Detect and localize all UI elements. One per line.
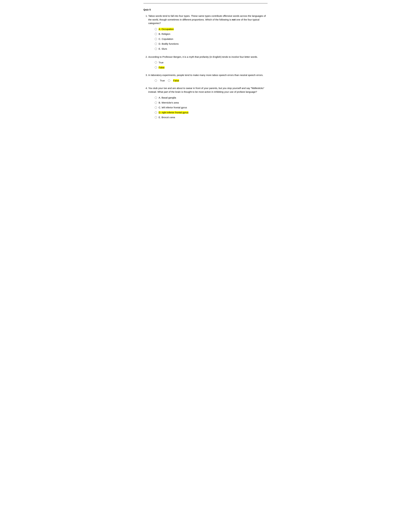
option-3-false-label: False <box>173 79 179 82</box>
option-1-a-label: A. Occupation <box>159 28 174 31</box>
radio-3-true[interactable] <box>155 79 157 82</box>
quiz-title: Quiz 5 <box>143 8 268 11</box>
option-4-c-label: C. left inferior frontal gyrus <box>159 106 187 109</box>
option-1-b[interactable]: B. Religion <box>155 32 268 36</box>
radio-3-false[interactable] <box>168 79 170 82</box>
radio-1-c[interactable] <box>155 38 157 40</box>
question-4: You stub your toe and are about to swear… <box>148 86 268 119</box>
option-1-c-label: C. Copulation <box>159 37 173 41</box>
option-4-d[interactable]: D. right inferior frontal gyrus <box>155 111 268 114</box>
question-2-text: According to Professor Bergen, it is a m… <box>148 55 268 59</box>
radio-4-b[interactable] <box>155 102 157 104</box>
option-4-b-label: B. Wernicke's area <box>159 101 179 105</box>
option-1-b-label: B. Religion <box>159 32 170 36</box>
option-1-c[interactable]: C. Copulation <box>155 37 268 41</box>
radio-1-b[interactable] <box>155 33 157 35</box>
radio-2-true[interactable] <box>155 61 157 64</box>
question-4-text: You stub your toe and are about to swear… <box>148 86 268 94</box>
option-3-false[interactable]: False <box>168 79 179 82</box>
question-2: According to Professor Bergen, it is a m… <box>148 55 268 69</box>
question-1: Taboo words tend to fall into four types… <box>148 14 268 51</box>
option-4-e-label: E. Broca's area <box>159 116 175 119</box>
option-2-true[interactable]: True <box>155 61 268 64</box>
option-1-e-label: E. Slurs <box>159 47 167 51</box>
option-2-true-label: True <box>159 61 163 64</box>
option-4-b[interactable]: B. Wernicke's area <box>155 101 268 105</box>
option-3-true-label: True <box>160 79 165 82</box>
radio-2-false[interactable] <box>155 66 157 68</box>
option-1-a[interactable]: A. Occupation <box>155 28 268 31</box>
question-1-options: A. Occupation B. Religion C. Copulation … <box>148 28 268 51</box>
radio-1-d[interactable] <box>155 43 157 45</box>
option-3-true[interactable]: True <box>155 79 165 82</box>
radio-4-a[interactable] <box>155 96 157 99</box>
radio-4-d[interactable] <box>155 111 157 114</box>
option-4-d-label: D. right inferior frontal gyrus <box>159 111 188 114</box>
option-4-a[interactable]: A. Basal ganglia <box>155 96 268 100</box>
question-2-options: True False <box>148 61 268 69</box>
option-1-e[interactable]: E. Slurs <box>155 47 268 51</box>
option-1-d-label: D. Bodily functions <box>159 42 178 46</box>
radio-1-a[interactable] <box>155 28 157 30</box>
question-1-text: Taboo words tend to fall into four types… <box>148 14 268 25</box>
question-3-text: In laboratory experiments, people tend t… <box>148 73 268 77</box>
option-2-false-label: False <box>159 66 165 69</box>
question-3-options: True False <box>148 79 268 82</box>
top-rule <box>143 3 268 3</box>
questions-list: Taboo words tend to fall into four types… <box>143 14 268 119</box>
option-1-d[interactable]: D. Bodily functions <box>155 42 268 46</box>
radio-4-e[interactable] <box>155 116 157 118</box>
option-4-c[interactable]: C. left inferior frontal gyrus <box>155 106 268 109</box>
option-4-e[interactable]: E. Broca's area <box>155 116 268 119</box>
option-2-false[interactable]: False <box>155 66 268 69</box>
radio-1-e[interactable] <box>155 48 157 50</box>
question-4-options: A. Basal ganglia B. Wernicke's area C. l… <box>148 96 268 119</box>
option-4-a-label: A. Basal ganglia <box>159 96 176 100</box>
question-3: In laboratory experiments, people tend t… <box>148 73 268 82</box>
radio-4-c[interactable] <box>155 106 157 109</box>
